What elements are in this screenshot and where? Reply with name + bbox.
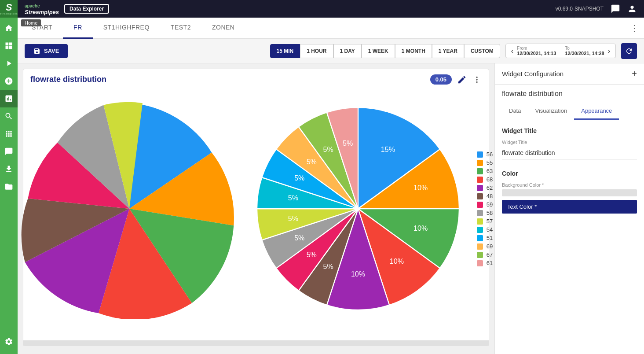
more-tabs-button[interactable]: ⋮ [625,23,644,33]
config-widget-name: flowrate distribution [495,85,644,103]
legend-color-61 [477,260,483,266]
tab-test2[interactable]: TEST2 [160,18,201,39]
config-title: Widget Configuration [502,70,564,77]
legend-item-61: 61 [477,260,493,266]
tabbar: START FR ST1HIGHFREQ TEST2 ZONEN ⋮ [18,18,644,39]
sidebar: S streampipes [0,0,18,354]
time-btn-1year[interactable]: 1 YEAR [432,44,464,58]
time-range-buttons: 15 MIN 1 HOUR 1 DAY 1 WEEK 1 MONTH 1 YEA… [270,44,500,58]
widget-more-icon[interactable] [472,75,482,85]
sidebar-item-message[interactable] [0,143,18,160]
topbar-logo: apache Streampipes [25,2,59,15]
tab-zonen[interactable]: ZONEN [201,18,245,39]
legend-item-56: 56 [477,151,493,158]
legend-color-68 [477,177,483,183]
time-prev-arrow[interactable]: ‹ [511,47,513,55]
app-logo[interactable]: S streampipes [0,0,18,18]
legend-item-51: 51 [477,235,493,241]
toolbar: SAVE 15 MIN 1 HOUR 1 DAY 1 WEEK 1 MONTH … [18,39,644,63]
legend-item-57: 57 [477,218,493,225]
horizontal-scrollbar[interactable] [23,340,489,346]
widget-title-input[interactable] [502,147,637,159]
time-btn-1week[interactable]: 1 WEEK [362,44,395,58]
time-btn-15min[interactable]: 15 MIN [270,44,300,58]
legend-color-63 [477,168,483,174]
refresh-button[interactable] [621,43,637,59]
legend-color-62 [477,185,483,191]
notifications-icon[interactable] [611,4,620,14]
config-body: Widget Title Widget Title Color Backgrou… [495,120,644,354]
refresh-icon [625,47,633,55]
from-datetime: From 12/30/2021, 14:13 [517,46,556,56]
sidebar-item-home[interactable] [0,19,18,37]
text-color-field[interactable]: Text Color * [502,200,637,214]
time-btn-1month[interactable]: 1 MONTH [395,44,432,58]
time-next-arrow[interactable]: › [608,47,610,55]
time-btn-1hour[interactable]: 1 HOUR [300,44,333,58]
time-range-picker[interactable]: ‹ From 12/30/2021, 14:13 To 12/30/2021, … [505,44,616,58]
sidebar-item-dashboard[interactable] [0,37,18,55]
legend-item-55: 55 [477,159,493,166]
pie-chart-container: 15%10%10%10%10%5%5%5%5%5%5%5%5%5% 56 55 … [23,90,489,328]
widget-area: flowrate distribution 0.05 [18,63,494,354]
config-tab-data[interactable]: Data [502,103,528,120]
sidebar-item-install[interactable] [0,72,18,90]
config-tab-appearance[interactable]: Appearance [574,103,619,120]
legend-item-68: 68 [477,176,493,183]
bg-color-label: Background Color * [502,182,637,188]
legend-color-59 [477,202,483,208]
svg-text:10%: 10% [413,224,428,232]
config-tab-visualization[interactable]: Visualization [528,103,574,120]
svg-text:5%: 5% [323,262,333,270]
sidebar-item-search[interactable] [0,107,18,125]
legend-color-54 [477,227,483,233]
color-section: Color Background Color * Text Color * [502,170,637,214]
config-panel: Widget Configuration + flowrate distribu… [494,63,644,354]
bg-color-field[interactable] [502,189,637,196]
time-btn-custom[interactable]: CUSTOM [464,44,500,58]
svg-text:10%: 10% [351,270,365,278]
tab-st1highfreq[interactable]: ST1HIGHFREQ [93,18,160,39]
widget-edit-icon[interactable] [457,75,467,85]
save-icon [33,48,40,55]
legend-item-62: 62 [477,184,493,191]
to-datetime: To 12/30/2021, 14:28 [565,46,604,56]
user-icon[interactable] [627,4,637,14]
sidebar-item-download[interactable] [0,160,18,178]
svg-text:5%: 5% [294,174,304,182]
sidebar-item-grid[interactable] [0,125,18,143]
sidebar-item-folder[interactable] [0,178,18,195]
svg-text:10%: 10% [390,257,404,265]
sidebar-item-pipeline[interactable] [0,55,18,72]
legend-item-69: 69 [477,243,493,250]
sidebar-item-settings[interactable] [0,333,18,350]
version-label: v0.69.0-SNAPSHOT [556,6,604,12]
config-header: Widget Configuration + [495,63,644,85]
widget-title-field-label: Widget Title [502,140,637,145]
legend-color-58 [477,210,483,216]
color-section-heading: Color [502,170,637,177]
config-add-button[interactable]: + [632,69,637,79]
save-button[interactable]: SAVE [25,44,68,58]
logo-text: streampipes [0,12,18,15]
legend-color-56 [477,151,483,158]
legend-item-54: 54 [477,226,493,233]
widget-title: flowrate distribution [30,75,425,84]
svg-text:5%: 5% [343,139,353,147]
svg-text:10%: 10% [413,184,428,192]
svg-text:15%: 15% [381,145,395,153]
sidebar-item-analytics[interactable] [0,90,18,107]
svg-text:5%: 5% [323,145,333,153]
svg-text:5%: 5% [288,194,298,202]
logo-s: S [6,3,12,12]
legend-color-48 [477,193,483,199]
pie-chart [19,99,239,319]
legend-item-67: 67 [477,251,493,258]
time-btn-1day[interactable]: 1 DAY [333,44,362,58]
widget-title-section-heading: Widget Title [502,127,637,134]
tab-fr[interactable]: FR [63,18,93,39]
data-explorer-badge: Data Explorer [64,4,109,14]
svg-text:5%: 5% [306,251,316,258]
topbar-left: apache Streampipes Data Explorer [25,2,109,15]
legend-color-69 [477,243,483,250]
